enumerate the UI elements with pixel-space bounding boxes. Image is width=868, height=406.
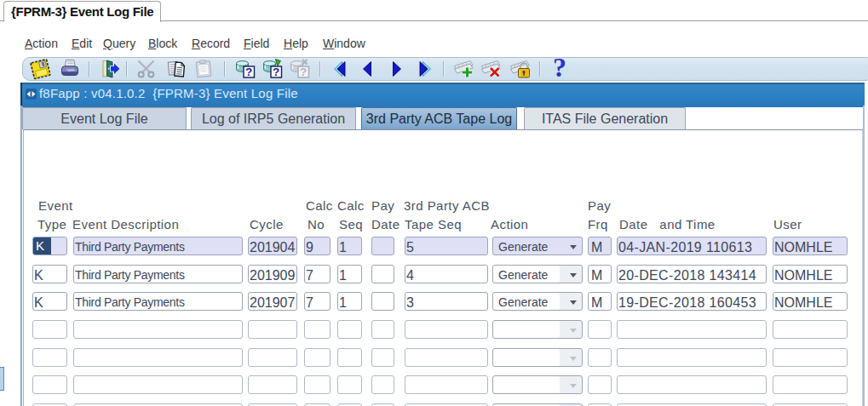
svg-text:?: ?: [300, 66, 307, 78]
svg-text:?: ?: [245, 66, 252, 78]
svg-text:?: ?: [273, 66, 279, 78]
